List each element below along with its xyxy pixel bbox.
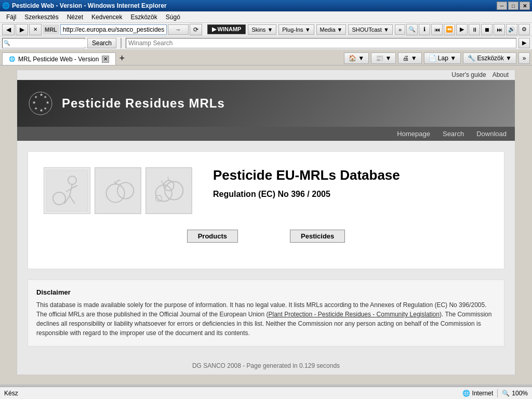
menu-help[interactable]: Súgó — [162, 12, 184, 22]
search-link[interactable]: Search — [443, 130, 464, 138]
shoutcast-button[interactable]: SHOUTcast ▼ — [348, 24, 392, 35]
search-input[interactable] — [11, 39, 89, 47]
homepage-link[interactable]: Homepage — [397, 130, 430, 138]
svg-text:★: ★ — [32, 100, 36, 105]
svg-text:★: ★ — [39, 92, 43, 97]
zone-label: Internet — [472, 390, 494, 397]
settings-icon[interactable]: ⚙ — [518, 24, 530, 35]
close-button[interactable]: ✕ — [520, 2, 530, 10]
next-icon[interactable]: ⏭ — [494, 24, 505, 35]
new-tab-button[interactable]: + — [119, 53, 125, 65]
menu-view[interactable]: Nézet — [63, 12, 87, 22]
menu-file[interactable]: Fájl — [2, 12, 20, 22]
svg-text:★: ★ — [34, 95, 37, 99]
image-berries — [145, 167, 192, 214]
title-bar: 🌐 Pesticide Web - Version - Windows Inte… — [0, 0, 532, 11]
eu-logo: ★ ★ ★ ★ ★ ★ ★ ★ — [28, 90, 54, 116]
winamp-logo: ▶ WINAMP — [207, 24, 246, 34]
plugins-button[interactable]: Plug-Ins ▼ — [278, 24, 314, 35]
window-title: Pesticide Web - Version - Windows Intern… — [12, 2, 497, 9]
refresh-button[interactable]: ⟳ — [190, 24, 202, 35]
skins-button[interactable]: Skins ▼ — [248, 24, 276, 35]
stop-button[interactable]: ✕ — [29, 24, 42, 35]
volume-icon[interactable]: 🔊 — [506, 24, 517, 35]
winamp-search-input[interactable] — [126, 38, 516, 48]
menu-tools[interactable]: Eszközök — [126, 12, 161, 22]
db-subtitle: Regulation (EC) No 396 / 2005 — [213, 190, 488, 199]
menu-edit[interactable]: Szerkesztés — [20, 12, 62, 22]
images-section — [44, 167, 192, 214]
disclaimer-section: Disclaimer This database is made availab… — [28, 280, 504, 347]
window-controls: ─ □ ✕ — [497, 2, 530, 10]
address-input[interactable] — [63, 26, 164, 33]
tabs-bar: 🌐 MRL Pesticide Web - Version ✕ + 🏠 ▼ 📰 … — [0, 50, 532, 65]
disclaimer-title: Disclaimer — [36, 288, 496, 296]
page-button[interactable]: 📄 Lap ▼ — [424, 52, 461, 64]
tab-close-button[interactable]: ✕ — [102, 56, 109, 63]
search-field-icon: 🔍 — [4, 40, 10, 46]
ie-toolbar-row2: 🔍 Search ▶ — [0, 36, 532, 50]
prev-icon[interactable]: ⏪ — [444, 24, 455, 35]
eszközök-button[interactable]: 🔧 Eszközök ▼ — [463, 52, 516, 64]
play-icon[interactable]: ▶ — [456, 24, 468, 35]
minimize-button[interactable]: ─ — [497, 2, 507, 10]
browser-icon: 🌐 — [2, 2, 10, 9]
menu-bar: Fájl Szerkesztés Nézet Kedvencek Eszközö… — [0, 11, 532, 23]
tab-icon: 🌐 — [9, 56, 15, 62]
more-button[interactable]: » — [395, 24, 405, 35]
pesticides-button[interactable]: Pesticides — [290, 230, 345, 243]
home-button[interactable]: 🏠 ▼ — [344, 52, 369, 64]
download-link[interactable]: Download — [476, 130, 507, 138]
status-text: Kész — [4, 390, 458, 397]
status-zone: 🌐 Internet — [462, 390, 494, 397]
back-button[interactable]: ◀ — [2, 24, 15, 35]
pause-icon[interactable]: ⏸ — [469, 24, 480, 35]
address-label: MRL — [43, 24, 59, 35]
site-wrapper: User's guide About ★ ★ ★ ★ ★ ★ ★ — [17, 70, 515, 375]
main-content: User's guide About ★ ★ ★ ★ ★ ★ ★ — [0, 65, 532, 384]
products-button[interactable]: Products — [187, 230, 238, 243]
users-guide-link[interactable]: User's guide — [451, 71, 486, 78]
maximize-button[interactable]: □ — [508, 2, 518, 10]
info-icon[interactable]: ℹ — [419, 24, 430, 35]
winamp-toolbar: ▶ WINAMP Skins ▼ Plug-Ins ▼ Media ▼ SHOU… — [207, 24, 405, 35]
content-inner: Pesticide EU-MRLs Database Regulation (E… — [44, 167, 488, 214]
svg-text:★: ★ — [34, 107, 37, 110]
search-button[interactable]: Search — [87, 38, 116, 48]
zoom-icon: 🔍 — [502, 390, 510, 397]
about-link[interactable]: About — [493, 71, 509, 78]
top-nav-bar: User's guide About — [17, 70, 515, 80]
search-icon[interactable]: 🔍 — [406, 24, 418, 35]
forward-button[interactable]: ▶ — [16, 24, 28, 35]
status-right: 🌐 Internet 🔍 100% — [462, 389, 528, 397]
feeds-button[interactable]: 📰 ▼ — [371, 52, 396, 64]
footer: DG SANCO 2008 - Page generated in 0.129 … — [17, 357, 515, 375]
status-zoom: 🔍 100% — [502, 390, 528, 397]
image-fruits — [95, 167, 141, 214]
active-tab[interactable]: 🌐 MRL Pesticide Web - Version ✕ — [2, 52, 116, 65]
svg-text:★: ★ — [44, 95, 47, 99]
zoom-label: 100% — [512, 390, 528, 397]
db-title: Pesticide EU-MRLs Database — [213, 167, 488, 183]
prev-track-icon[interactable]: ⏮ — [431, 24, 443, 35]
title-section: Pesticide EU-MRLs Database Regulation (E… — [213, 167, 488, 199]
toolbar-right: 🔍 ℹ ⏮ ⏪ ▶ ⏸ ⏹ ⏭ 🔊 ⚙ — [406, 24, 530, 35]
svg-text:★: ★ — [44, 107, 47, 110]
svg-text:★: ★ — [46, 100, 49, 105]
print-button[interactable]: 🖨 ▼ — [398, 52, 421, 64]
legislation-link[interactable]: Plant Protection - Pesticide Residues - … — [268, 311, 439, 318]
zone-icon: 🌐 — [462, 390, 470, 397]
status-bar: Kész 🌐 Internet 🔍 100% — [0, 387, 532, 399]
more-tools-button[interactable]: » — [518, 52, 530, 64]
menu-favorites[interactable]: Kedvencek — [87, 12, 126, 22]
image-person — [44, 167, 90, 214]
site-title: Pesticide Residues MRLs — [62, 96, 225, 111]
buttons-row: Products Pesticides — [44, 230, 488, 243]
go-button[interactable]: → — [168, 24, 189, 35]
media-button[interactable]: Media ▼ — [316, 24, 347, 35]
address-field[interactable] — [60, 24, 167, 35]
stop-icon[interactable]: ⏹ — [481, 24, 493, 35]
ie-toolbar-row1: ◀ ▶ ✕ MRL → ⟳ ▶ WINAMP Skins ▼ Plug-Ins … — [0, 23, 532, 36]
winamp-search-go[interactable]: ▶ — [518, 38, 530, 48]
site-header: ★ ★ ★ ★ ★ ★ ★ ★ Pesticide Residues MRLs — [17, 80, 515, 127]
